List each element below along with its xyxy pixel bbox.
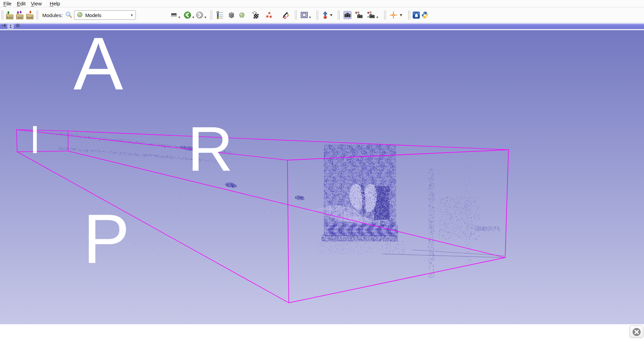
module-back-button[interactable]: ▼ bbox=[183, 10, 195, 20]
models-module-icon bbox=[76, 11, 83, 19]
subject-hierarchy-icon bbox=[216, 11, 224, 19]
save-icon: SAVE bbox=[25, 10, 34, 20]
toolbar-handle[interactable] bbox=[1, 11, 3, 19]
orientation-label-A: A bbox=[73, 30, 123, 105]
close-icon bbox=[632, 327, 641, 337]
menu-bar: FileEditViewHelp bbox=[0, 0, 644, 7]
view-controller-bar: 1 bbox=[0, 23, 644, 29]
floor-edge-line bbox=[413, 250, 504, 256]
annotations-button[interactable] bbox=[281, 10, 290, 20]
voxel-cube-icon bbox=[227, 11, 236, 19]
search-icon bbox=[65, 11, 73, 19]
toolbar-handle[interactable] bbox=[338, 11, 340, 19]
models-module-icon bbox=[238, 12, 245, 18]
subject-hierarchy-button[interactable] bbox=[216, 10, 224, 20]
module-history-button[interactable]: ▼ bbox=[171, 10, 181, 20]
toolbar-handle[interactable] bbox=[408, 11, 410, 19]
scene-view-restore-button[interactable]: ▼ bbox=[367, 10, 379, 20]
python-icon bbox=[421, 11, 429, 19]
chevron-down-icon: ▼ bbox=[130, 13, 133, 17]
transform-grid-icon bbox=[251, 11, 260, 19]
menu-file[interactable]: File bbox=[1, 0, 14, 7]
toolbar-handle[interactable] bbox=[210, 11, 212, 19]
module-search-button[interactable] bbox=[65, 10, 73, 20]
module-selector-value: Models bbox=[85, 12, 101, 18]
roi-wireframe-far-face bbox=[287, 150, 508, 303]
screenshot-button[interactable] bbox=[343, 10, 352, 20]
module-selector[interactable]: Models▼ bbox=[74, 10, 136, 20]
svg-text:SAVE: SAVE bbox=[27, 16, 33, 18]
place-point-button[interactable]: ▼ bbox=[322, 10, 333, 20]
roi-wireframe-near-face bbox=[16, 130, 68, 152]
dropdown-arrow-icon[interactable]: ▼ bbox=[178, 16, 181, 20]
camera-icon bbox=[343, 11, 352, 19]
python-console-button[interactable] bbox=[421, 10, 429, 20]
load-data-icon: DATA bbox=[5, 10, 14, 20]
svg-text:DCM: DCM bbox=[17, 16, 22, 18]
dropdown-arrow-icon[interactable]: ▼ bbox=[192, 16, 195, 20]
roi-wireframe-edge bbox=[17, 152, 289, 303]
dropdown-arrow-icon[interactable]: ▼ bbox=[309, 16, 312, 20]
orientation-label-I: I bbox=[30, 118, 40, 161]
load-dicom-button[interactable]: DCM bbox=[15, 10, 24, 20]
annotation-pen-icon bbox=[281, 11, 290, 19]
nav-back-icon bbox=[183, 11, 192, 19]
svg-text:DATA: DATA bbox=[7, 16, 12, 18]
toolbar-handle[interactable] bbox=[295, 11, 297, 19]
dropdown-arrow-icon[interactable]: ▼ bbox=[204, 16, 207, 20]
orientation-label-P: P bbox=[83, 200, 130, 278]
3d-viewport[interactable]: AIRP bbox=[0, 30, 644, 324]
place-point-icon bbox=[322, 11, 328, 19]
toolbar-handle[interactable] bbox=[384, 11, 386, 19]
scene-view-restore-icon bbox=[367, 11, 375, 19]
orientation-label-R: R bbox=[187, 114, 233, 184]
save-button[interactable]: SAVE bbox=[25, 10, 34, 20]
menu-help[interactable]: Help bbox=[47, 0, 63, 7]
crosshair-button[interactable]: ▼ bbox=[389, 10, 403, 20]
layout-selector-button[interactable]: ▼ bbox=[300, 10, 312, 20]
extensions-manager-button[interactable] bbox=[412, 10, 420, 20]
pin-icon[interactable] bbox=[1, 23, 6, 29]
crosshair-icon bbox=[389, 11, 397, 19]
extensions-icon bbox=[412, 11, 420, 19]
load-data-button[interactable]: DATA bbox=[5, 10, 14, 20]
history-gradient-icon bbox=[171, 11, 177, 19]
main-toolbar: DATADCMSAVEModules:Models▼▼▼▼▼▼▼▼ bbox=[0, 8, 644, 23]
roi-wireframe-edge bbox=[68, 131, 508, 150]
view-label: 1 bbox=[7, 23, 14, 29]
markups-scatter-icon bbox=[265, 11, 273, 19]
bottom-panel bbox=[0, 324, 644, 339]
scene-view-save-icon bbox=[355, 11, 363, 19]
view-controller-icon[interactable] bbox=[15, 23, 20, 29]
scene-overlay: AIRP bbox=[0, 30, 644, 324]
toolbar-handle[interactable] bbox=[316, 11, 318, 19]
toolbar-handle[interactable] bbox=[36, 11, 38, 19]
module-forward-button[interactable]: ▼ bbox=[196, 10, 207, 20]
models-module-button[interactable] bbox=[238, 10, 245, 20]
modules-label: Modules: bbox=[42, 12, 63, 18]
menu-edit[interactable]: Edit bbox=[14, 0, 28, 7]
menu-view[interactable]: View bbox=[28, 0, 44, 7]
dropdown-arrow-icon[interactable]: ▼ bbox=[329, 13, 333, 17]
close-panel-button[interactable] bbox=[630, 326, 643, 338]
dropdown-arrow-icon[interactable]: ▼ bbox=[399, 13, 403, 17]
nav-forward-icon bbox=[196, 11, 204, 19]
dropdown-arrow-icon[interactable]: ▼ bbox=[376, 16, 379, 20]
load-dicom-icon: DCM bbox=[15, 10, 24, 20]
roi-wireframe-edge bbox=[16, 130, 287, 160]
layout-icon bbox=[300, 11, 308, 19]
roi-wireframe-edge bbox=[68, 151, 505, 258]
markups-module-button[interactable] bbox=[265, 10, 273, 20]
data-module-button[interactable] bbox=[227, 10, 236, 20]
scene-view-save-button[interactable] bbox=[355, 10, 363, 20]
transforms-module-button[interactable] bbox=[251, 10, 260, 20]
